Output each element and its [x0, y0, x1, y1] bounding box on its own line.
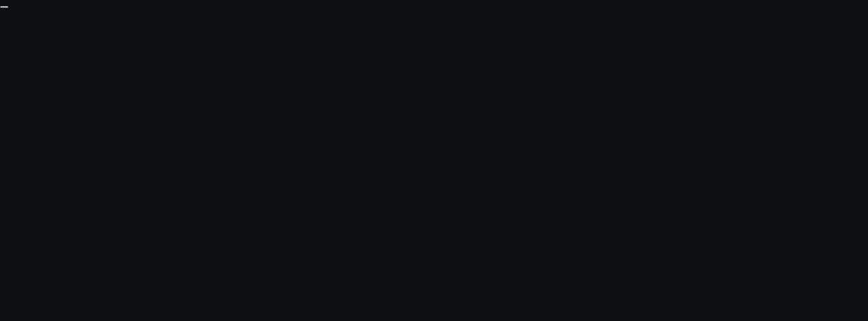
grafana-gpu-dashboard: GPU Temperature▾ 0 °C20 °C40 °C60 °C80 °… [0, 6, 8, 8]
